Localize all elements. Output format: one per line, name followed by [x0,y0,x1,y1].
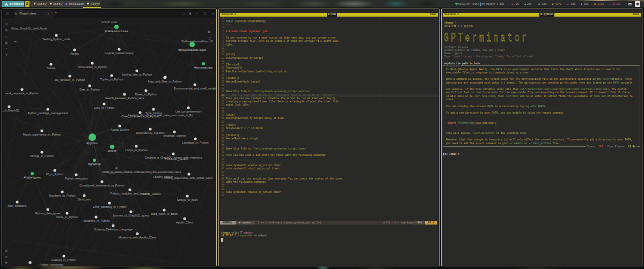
svg-text:lean_functions: lean_functions [8,204,27,207]
svg-text:Stacks: Stacks [47,66,55,70]
svg-text:Dates_in_Python: Dates_in_Python [135,93,157,96]
svg-text:#data-structures: #data-structures [105,29,128,33]
svg-text:#graphql: #graphql [88,162,100,166]
svg-text:Loops_in_Python: Loops_in_Python [125,148,148,152]
svg-text:Dependency_injection: Dependency_injection [136,131,164,134]
svg-text:Logical_indeterminacy: Logical_indeterminacy [105,51,134,55]
svg-text:Sets_in_Python: Sets_in_Python [79,88,100,91]
svg-text:Error_handling_in_Python: Error_handling_in_Python [93,205,126,208]
svg-text:Dictionaries_in_Python: Dictionaries_in_Python [77,65,107,69]
svg-text:Strings_in_Python: Strings_in_Python [30,154,54,158]
svg-text:Numbers_in_Python: Numbers_in_Python [49,194,76,197]
svg-text:Shell-sessions-e6uw...d0: Shell-sessions-e6uw...d0 [181,40,213,43]
svg-text:Lambdas_in_Python: Lambdas_in_Python [182,141,208,144]
svg-text:#propositional-logic: #propositional-logic [178,48,206,51]
svg-text:Class_inheritance_in_Python: Class_inheritance_in_Python [121,115,159,118]
svg-text:Python_package_management: Python_package_management [28,111,68,115]
svg-text:Using_GraphQL_with_Node: Using_GraphQL_with_Node [11,27,47,30]
svg-text:Mutations_with_Apollo_Client: Mutations_with_Apollo_Client [119,236,157,239]
svg-text:Testing_Python_code: Testing_Python_code [42,38,70,41]
svg-text:Map_and_filter_in_Python: Map_and_filter_in_Python [148,80,182,83]
svg-text:Functions_in_Python: Functions_in_Python [83,219,109,222]
svg-text:work_requests_in_Python: work_requests_in_Python [5,92,39,95]
svg-text:Environmental_and_shell_variab: Environmental_and_shell_variab [174,87,216,90]
svg-text:None_in_Python: None_in_Python [56,215,78,219]
svg-text:Sorting_lists_in_Python: Sorting_lists_in_Python [122,73,152,76]
svg-text:Using_arguments_with_Apollo_Cl: Using_arguments_with_Apollo_Clien [165,176,213,180]
svg-text:Zip_function_in_Python: Zip_function_in_Python [55,78,85,81]
svg-text:Lists_in_Python: Lists_in_Python [94,106,114,109]
svg-text:Journey_of_GraphQL_query: Journey_of_GraphQL_query [113,214,150,217]
svg-text:Tuples_in_Python: Tuples_in_Python [100,78,123,81]
svg-text:Node_js_event_module.md#extend: Node_js_event_module.md#extending-the-ev… [103,170,181,174]
svg-text:Switch_between_Python_vers: Switch_between_Python_vers [105,96,144,100]
svg-text:#data-types: #data-types [24,176,40,179]
svg-text:Data_types_in_Bash: Data_types_in_Bash [151,212,178,215]
svg-text:Conditional_statements_in_Pyth: Conditional_statements_in_Python [79,184,124,187]
svg-text:Schema_Definition_Language: Schema_Definition_Language [94,228,133,231]
svg-text:Observer_pattern: Observer_pattern [165,158,188,161]
svg-text:Python_interpreter: Python_interpreter [40,263,64,266]
svg-text:ics_of_GraphQL: ics_of_GraphQL [2,109,20,112]
svg-text:Python_data_types: Python_data_types [35,212,60,215]
svg-text:#python: #python [86,141,98,145]
svg-text:List_comprehension: List_comprehension [175,110,201,113]
svg-text:Match_statements_in_Python: Match_statements_in_Python [23,133,61,136]
svg-text:Strings_in_bash: Strings_in_bash [177,198,198,201]
svg-text:Classes_in_Python: Classes_in_Python [52,258,76,261]
svg-text:Arrays: Arrays [70,52,79,55]
svg-text:#timestamps: #timestamps [194,66,213,69]
svg-text:Apollo_Client: Apollo_Client [176,221,193,224]
svg-text:Python_execution: Python_execution [65,177,88,180]
svg-text:ce: ce [13,40,17,43]
svg-text:#OOP: #OOP [108,150,117,153]
svg-text:singleton_pattern: singleton_pattern [163,134,185,137]
svg-text:IO_in_Python: IO_in_Python [46,173,64,176]
svg-text:module_pattern: module_pattern [141,192,160,196]
svg-text:Apollo_Server: Apollo_Server [111,128,129,131]
svg-text:Stout_stin: Stout_stin [78,198,91,201]
